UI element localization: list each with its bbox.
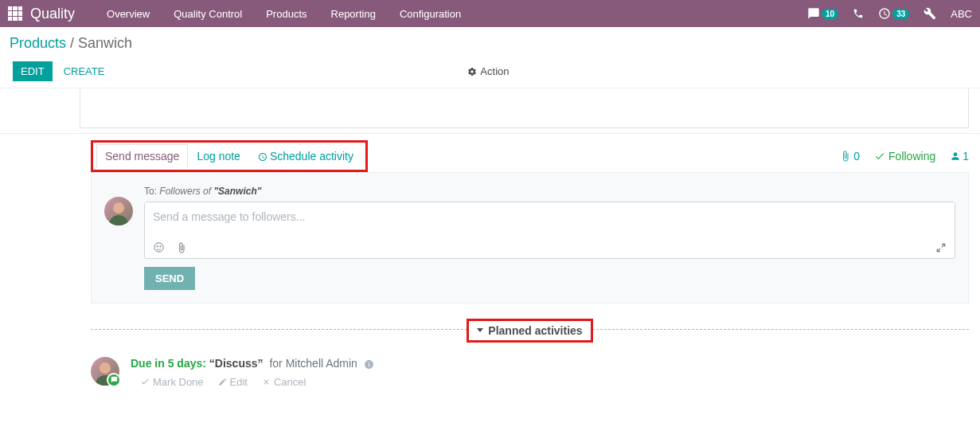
pencil-icon xyxy=(218,378,227,386)
activity-due-label: Due in 5 days: xyxy=(131,357,206,370)
following-toggle[interactable]: Following xyxy=(874,150,935,163)
composer-avatar xyxy=(104,197,133,225)
top-menu: Overview Quality Control Products Report… xyxy=(95,8,473,20)
svg-point-0 xyxy=(154,243,163,252)
gear-icon xyxy=(467,67,477,76)
planned-divider: Planned activities xyxy=(91,329,969,330)
breadcrumb-separator: / xyxy=(70,35,78,51)
activity-avatar-wrap xyxy=(91,357,119,386)
attachment-icon[interactable] xyxy=(176,240,187,253)
mark-done-link[interactable]: Mark Done xyxy=(140,376,204,388)
discuss-badge: 10 xyxy=(822,9,838,19)
activity-type-badge xyxy=(107,373,121,387)
menu-overview[interactable]: Overview xyxy=(95,8,162,20)
check-icon xyxy=(140,377,150,386)
send-button[interactable]: SEND xyxy=(144,267,195,290)
menu-configuration[interactable]: Configuration xyxy=(388,8,473,20)
control-panel: Products / Sanwich EDIT CREATE Action xyxy=(0,27,980,88)
top-navbar: Quality Overview Quality Control Product… xyxy=(0,0,980,27)
message-input[interactable] xyxy=(145,202,955,233)
clock-icon xyxy=(258,152,267,162)
paperclip-icon xyxy=(840,151,851,162)
close-icon xyxy=(262,378,271,386)
debug-icon[interactable] xyxy=(923,7,936,20)
composer-to-line: To: Followers of "Sanwich" xyxy=(144,186,955,197)
tab-log-note[interactable]: Log note xyxy=(188,144,249,168)
activity-header: Due in 5 days: “Discuss” for Mitchell Ad… xyxy=(131,357,969,370)
breadcrumb: Products / Sanwich xyxy=(10,35,967,52)
action-dropdown[interactable]: Action xyxy=(467,65,509,77)
message-box xyxy=(144,202,955,259)
menu-quality-control[interactable]: Quality Control xyxy=(162,8,254,20)
cancel-activity-link[interactable]: Cancel xyxy=(262,376,306,388)
tab-send-message[interactable]: Send message xyxy=(96,144,188,168)
tab-schedule-activity[interactable]: Schedule activity xyxy=(249,144,362,168)
person-icon xyxy=(950,151,961,162)
discuss-icon[interactable]: 10 xyxy=(807,7,838,20)
chatter-tools: 0 Following 1 xyxy=(840,150,969,163)
phone-icon[interactable] xyxy=(853,8,864,19)
menu-reporting[interactable]: Reporting xyxy=(319,8,388,20)
tabs-annotation-box: Send message Log note Schedule activity xyxy=(91,140,368,172)
topbar-right: 10 33 ABC xyxy=(807,7,972,20)
planned-activities-toggle[interactable]: Planned activities xyxy=(477,324,582,337)
expand-icon[interactable] xyxy=(935,240,947,253)
caret-down-icon xyxy=(477,328,483,332)
create-button[interactable]: CREATE xyxy=(56,61,113,81)
action-label: Action xyxy=(480,65,509,77)
chatter: Send message Log note Schedule activity … xyxy=(91,134,969,388)
apps-icon[interactable] xyxy=(8,6,22,21)
attachment-count[interactable]: 0 xyxy=(840,150,860,163)
edit-button[interactable]: EDIT xyxy=(13,61,53,81)
user-menu[interactable]: ABC xyxy=(951,8,972,20)
activity-type-label: “Discuss” xyxy=(209,357,264,370)
message-toolbar xyxy=(145,235,955,258)
activity-assignee: Mitchell Admin xyxy=(286,357,357,370)
form-sheet-bottom xyxy=(80,88,969,128)
activities-icon[interactable]: 33 xyxy=(878,7,909,20)
planned-annotation-box: Planned activities xyxy=(467,319,592,343)
check-icon xyxy=(874,151,885,162)
info-icon[interactable] xyxy=(364,357,374,370)
app-title[interactable]: Quality xyxy=(30,6,75,22)
followers-count[interactable]: 1 xyxy=(950,150,969,163)
edit-activity-link[interactable]: Edit xyxy=(218,376,248,388)
svg-point-1 xyxy=(157,245,158,246)
activities-badge: 33 xyxy=(892,9,909,19)
breadcrumb-parent[interactable]: Products xyxy=(10,35,66,51)
svg-point-2 xyxy=(160,245,161,246)
activity-actions: Mark Done Edit Cancel xyxy=(131,376,969,388)
message-composer: To: Followers of "Sanwich" SEND xyxy=(91,172,969,304)
menu-products[interactable]: Products xyxy=(254,8,318,20)
emoji-icon[interactable] xyxy=(153,240,165,253)
breadcrumb-current: Sanwich xyxy=(78,35,132,51)
chatter-tabs-row: Send message Log note Schedule activity … xyxy=(91,134,969,172)
activity-item: Due in 5 days: “Discuss” for Mitchell Ad… xyxy=(91,357,969,388)
